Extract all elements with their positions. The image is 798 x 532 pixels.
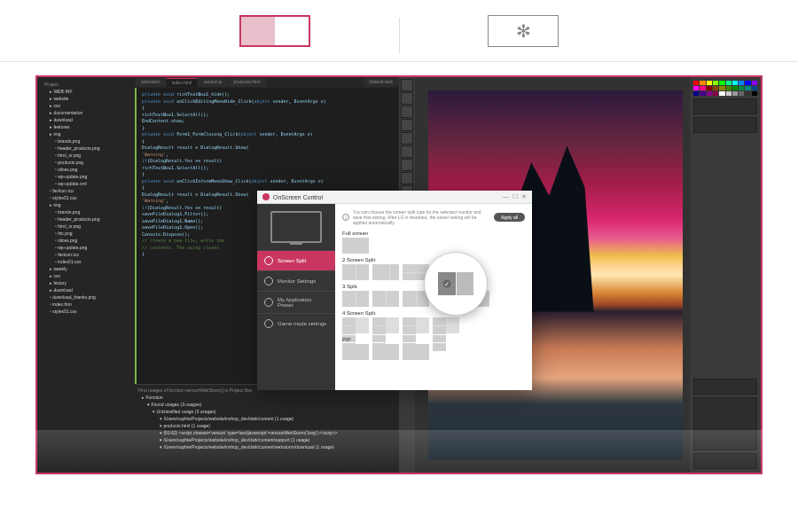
- tree-item[interactable]: ▫ html_sr.png: [41, 223, 131, 230]
- tab-burst-mode[interactable]: ✻: [488, 15, 559, 47]
- tab-split-layout[interactable]: [239, 15, 310, 47]
- tree-item[interactable]: ▫ favicon.ico: [41, 251, 131, 258]
- swatch[interactable]: [719, 91, 724, 96]
- layout-2v-b[interactable]: [372, 264, 399, 280]
- swatch[interactable]: [732, 86, 738, 90]
- swatch[interactable]: [752, 81, 757, 85]
- tree-item[interactable]: ▸ website: [41, 95, 131, 102]
- marquee-tool[interactable]: [401, 92, 413, 105]
- swatch[interactable]: [726, 86, 732, 90]
- tree-item[interactable]: ▫ favicon.ico: [41, 187, 131, 194]
- tree-item[interactable]: ▸ weekly: [41, 265, 131, 272]
- swatch[interactable]: [732, 91, 738, 96]
- lasso-tool[interactable]: [401, 106, 413, 118]
- tree-item[interactable]: ▫ download_thanks.png: [41, 293, 131, 301]
- selected-layout[interactable]: ✓: [438, 272, 473, 295]
- layout-4b[interactable]: [372, 317, 399, 333]
- clone-tool[interactable]: [401, 145, 413, 158]
- tree-item[interactable]: ▸ documentation: [41, 109, 131, 116]
- tree-item[interactable]: ▫ slices.png: [41, 237, 131, 244]
- layout-4a[interactable]: [342, 317, 369, 333]
- swatch[interactable]: [732, 81, 738, 85]
- layout-3b[interactable]: [372, 291, 399, 307]
- tree-item[interactable]: ▫ wp-update.xml: [41, 180, 131, 187]
- layout-full[interactable]: [342, 238, 369, 254]
- tree-item[interactable]: ▫ styles01.css: [41, 194, 131, 201]
- nav-app-preset[interactable]: My Application Preset: [257, 291, 335, 313]
- tree-item[interactable]: ▫ header_products.png: [41, 145, 131, 152]
- layout-pip-c[interactable]: [403, 344, 429, 360]
- maximize-icon[interactable]: ☐: [512, 193, 518, 200]
- layout-pip-b[interactable]: [372, 344, 399, 360]
- swatch[interactable]: [707, 81, 712, 85]
- nav-screen-split[interactable]: Screen Split: [257, 250, 335, 270]
- layout-2v[interactable]: [342, 264, 369, 280]
- tab-products[interactable]: products.html: [229, 78, 266, 87]
- swatch[interactable]: [700, 91, 705, 96]
- layout-pip-a[interactable]: [342, 344, 369, 360]
- swatch[interactable]: [713, 91, 718, 96]
- apply-all-button[interactable]: Apply all: [494, 213, 525, 222]
- eraser-tool[interactable]: [401, 159, 413, 171]
- swatch[interactable]: [693, 81, 699, 85]
- crop-tool[interactable]: [401, 119, 413, 131]
- tree-item[interactable]: ▫ htc.png: [41, 230, 131, 237]
- tree-item[interactable]: ▸ history: [41, 279, 131, 286]
- brush-tool[interactable]: [401, 132, 413, 145]
- swatch[interactable]: [739, 81, 744, 85]
- tree-item[interactable]: ▫ index.htm: [41, 301, 131, 308]
- swatch[interactable]: [752, 91, 757, 96]
- swatch[interactable]: [707, 91, 712, 96]
- tab-version[interactable]: version.js: [198, 78, 227, 87]
- swatch[interactable]: [719, 81, 724, 85]
- move-tool[interactable]: [401, 79, 413, 91]
- tree-item[interactable]: ▫ html_sr.png: [41, 152, 131, 159]
- adjustments-panel[interactable]: [693, 98, 757, 114]
- swatch[interactable]: [752, 86, 757, 90]
- tree-item[interactable]: ▫ products.png: [41, 159, 131, 166]
- swatch[interactable]: [693, 91, 699, 96]
- swatch[interactable]: [713, 86, 718, 90]
- swatch[interactable]: [693, 86, 699, 90]
- swatch[interactable]: [726, 91, 732, 96]
- swatch[interactable]: [745, 81, 750, 85]
- tree-item[interactable]: ▫ brands.png: [41, 137, 131, 145]
- tree-item[interactable]: ▸ img: [41, 201, 131, 208]
- default-task[interactable]: Default task: [364, 78, 398, 87]
- close-icon[interactable]: ✕: [521, 193, 527, 200]
- tree-item[interactable]: ▸ WEB-INF: [41, 88, 131, 95]
- tree-item[interactable]: ▸ download: [41, 116, 131, 123]
- tab-index[interactable]: index.html: [167, 78, 198, 87]
- tree-item[interactable]: ▸ download: [41, 286, 131, 293]
- usages-unclass[interactable]: Unclassified usage (3 usages): [156, 409, 215, 414]
- tree-item[interactable]: ▸ css: [41, 102, 131, 109]
- swatch[interactable]: [719, 86, 724, 90]
- swatch[interactable]: [739, 86, 744, 90]
- swatch[interactable]: [726, 81, 732, 85]
- swatch[interactable]: [745, 91, 750, 96]
- tree-item[interactable]: ▫ header_products.png: [41, 215, 131, 223]
- dialog-titlebar[interactable]: OnScreen Control — ☐ ✕: [257, 191, 532, 204]
- tree-item[interactable]: ▸ img: [41, 130, 131, 137]
- nav-game-mode[interactable]: Game mode settings: [257, 313, 335, 333]
- tree-item[interactable]: ▫ slices.png: [41, 166, 131, 173]
- styles-panel[interactable]: [693, 117, 757, 133]
- usages-found[interactable]: Found usages (3 usages): [151, 402, 201, 407]
- swatch[interactable]: [739, 91, 744, 96]
- history-panel[interactable]: [693, 379, 757, 395]
- nav-monitor-settings[interactable]: Monitor Settings: [257, 270, 335, 291]
- gradient-tool[interactable]: [401, 172, 413, 184]
- tab-webstorm[interactable]: webstorm: [136, 78, 166, 87]
- swatch[interactable]: [707, 86, 712, 90]
- minimize-icon[interactable]: —: [503, 193, 509, 200]
- swatch[interactable]: [713, 81, 718, 85]
- layout-4d[interactable]: [433, 317, 459, 333]
- usage-path[interactable]: ▾ /Users/sophie/Projects/website/inshop_…: [138, 415, 395, 422]
- tree-item[interactable]: ▸ css: [41, 272, 131, 279]
- swatch[interactable]: [745, 86, 750, 90]
- tree-item[interactable]: ▫ wp-update.png: [41, 244, 131, 251]
- tree-item[interactable]: ▫ styles01.css: [41, 308, 131, 315]
- layout-3a[interactable]: [342, 291, 369, 307]
- tree-item[interactable]: ▫ brands.png: [41, 208, 131, 215]
- usages-root[interactable]: Function: [145, 395, 162, 400]
